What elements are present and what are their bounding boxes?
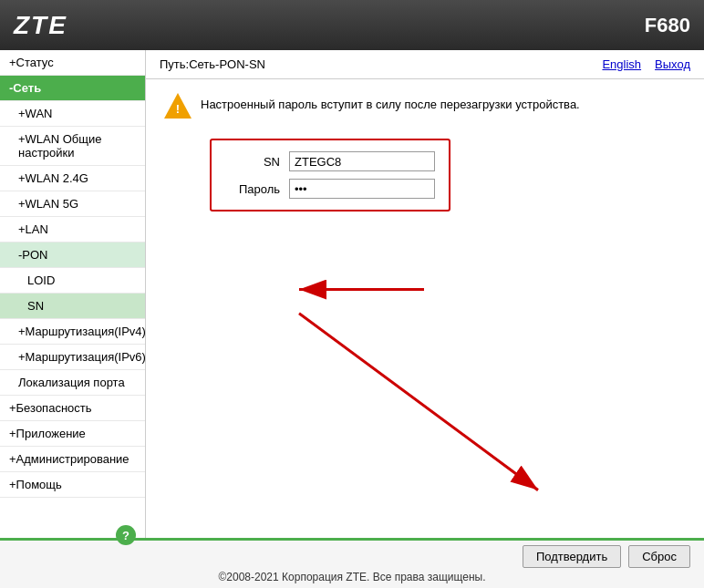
- sidebar-item-routing-ipv6[interactable]: +Маршрутизация(IPv6): [0, 345, 145, 370]
- sidebar-item-wlan-general[interactable]: +WLAN Общие настройки: [0, 127, 145, 166]
- sidebar-item-security[interactable]: +Безопасность: [0, 396, 145, 421]
- footer-buttons: Подтвердить Сброс: [523, 545, 690, 568]
- sn-input[interactable]: [289, 151, 435, 171]
- form-box: SN Пароль: [210, 139, 450, 211]
- warning-text: Настроенный пароль вступит в силу после …: [201, 93, 580, 111]
- sidebar-item-wan[interactable]: +WAN: [0, 101, 145, 127]
- warning-icon: [164, 93, 192, 120]
- sidebar-item-admin[interactable]: +Администрирование: [0, 447, 145, 472]
- copyright-text: ©2008-2021 Корпорация ZTE. Все права защ…: [218, 571, 485, 583]
- breadcrumb-bar: Путь:Сеть-PON-SN English Выход: [146, 50, 704, 79]
- logout-link[interactable]: Выход: [655, 57, 690, 71]
- sidebar: +Статус -Сеть +WAN +WLAN Общие настройки…: [0, 50, 146, 538]
- sidebar-item-loid[interactable]: LOID: [0, 268, 145, 294]
- english-link[interactable]: English: [602, 57, 641, 71]
- breadcrumb: Путь:Сеть-PON-SN: [160, 57, 265, 71]
- sidebar-item-sn[interactable]: SN: [0, 294, 145, 319]
- sidebar-help-section: ?: [0, 516, 145, 554]
- zte-logo: ZTE: [14, 11, 67, 40]
- svg-line-2: [299, 314, 538, 490]
- password-input[interactable]: [289, 179, 435, 199]
- sidebar-item-routing-ipv4[interactable]: +Маршрутизация(IPv4): [0, 319, 145, 345]
- main-layout: +Статус -Сеть +WAN +WLAN Общие настройки…: [0, 50, 704, 538]
- warning-box: Настроенный пароль вступит в силу после …: [164, 93, 686, 120]
- main-panel: Путь:Сеть-PON-SN English Выход Настроенн…: [146, 50, 704, 538]
- confirm-button[interactable]: Подтвердить: [523, 545, 621, 568]
- password-label: Пароль: [225, 182, 280, 196]
- sidebar-item-application[interactable]: +Приложение: [0, 421, 145, 447]
- password-row: Пароль: [225, 179, 435, 199]
- sidebar-item-wlan-5[interactable]: +WLAN 5G: [0, 191, 145, 217]
- sidebar-item-pon[interactable]: -PON: [0, 242, 145, 268]
- sidebar-item-wlan-24[interactable]: +WLAN 2.4G: [0, 166, 145, 191]
- sidebar-item-status[interactable]: +Статус: [0, 50, 145, 76]
- breadcrumb-links: English Выход: [602, 57, 690, 71]
- sn-label: SN: [225, 155, 280, 169]
- sidebar-item-help[interactable]: +Помощь: [0, 472, 145, 498]
- sn-row: SN: [225, 151, 435, 171]
- sidebar-item-port-local[interactable]: Локализация порта: [0, 370, 145, 396]
- reset-button[interactable]: Сброс: [628, 545, 690, 568]
- header: ZTE F680: [0, 0, 704, 50]
- model-name: F680: [645, 14, 690, 37]
- help-button[interactable]: ?: [116, 525, 136, 545]
- sidebar-item-lan[interactable]: +LAN: [0, 217, 145, 242]
- content-area: Настроенный пароль вступит в силу после …: [146, 79, 704, 538]
- sidebar-item-network[interactable]: -Сеть: [0, 76, 145, 101]
